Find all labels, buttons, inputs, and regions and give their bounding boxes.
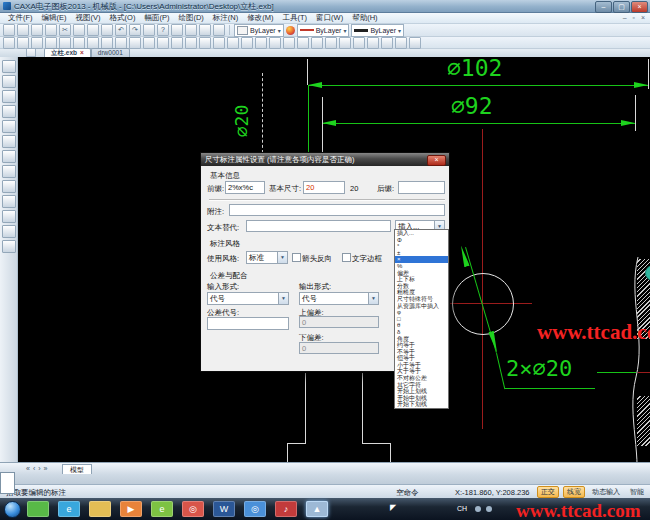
chevron-down-icon[interactable]: ▼	[368, 293, 378, 304]
open-icon[interactable]	[17, 24, 29, 36]
break-icon[interactable]	[269, 37, 281, 49]
prefix-input[interactable]: 2%x%c	[225, 181, 265, 194]
chevron-down-icon[interactable]: ▼	[277, 252, 287, 263]
zoom-out-icon[interactable]	[381, 37, 393, 49]
music-app-icon[interactable]: ♪	[275, 501, 297, 517]
dimension-d92[interactable]: ∅92	[451, 93, 493, 119]
tab-lizhu-exb[interactable]: 立柱.exb ×	[44, 48, 91, 57]
lineweight-combo[interactable]: ByLayer ▾	[351, 24, 404, 37]
circle-icon[interactable]	[115, 37, 127, 49]
new-sheet-button[interactable]	[26, 48, 36, 57]
maximize-button[interactable]: ▢	[613, 1, 630, 13]
zoom-in-icon[interactable]	[367, 37, 379, 49]
tray-icon[interactable]	[475, 506, 481, 512]
caxa-app-icon[interactable]: ▲	[306, 501, 328, 517]
undo-icon[interactable]: ↶	[115, 24, 127, 36]
menu-item-8[interactable]: 工具(T)	[283, 13, 308, 23]
folder-icon[interactable]	[89, 501, 111, 517]
save-icon[interactable]	[31, 24, 43, 36]
menu-item-6[interactable]: 标注(N)	[213, 13, 238, 23]
close-button[interactable]: ×	[631, 1, 648, 13]
tolerance-code-input[interactable]	[207, 317, 289, 330]
snap-icon[interactable]	[59, 37, 71, 49]
tray-language-indicator[interactable]: CH	[457, 505, 467, 512]
sheet-nav-button-0[interactable]: «	[26, 465, 30, 473]
dropdown-item-15[interactable]: δ	[395, 329, 448, 336]
text-icon[interactable]	[199, 37, 211, 49]
model-sheet-tab[interactable]: 模型	[62, 464, 92, 474]
dock-dim-icon[interactable]	[2, 180, 16, 193]
use-style-combo[interactable]: 标准 ▼	[246, 251, 288, 264]
dock-settings-icon[interactable]	[2, 240, 16, 253]
text-border-checkbox[interactable]	[342, 253, 351, 262]
dock-new-icon[interactable]	[2, 60, 16, 73]
dropdown-item-3[interactable]: ±	[395, 250, 448, 257]
dialog-close-button[interactable]: ×	[427, 155, 446, 166]
move-icon[interactable]	[339, 37, 351, 49]
dropdown-item-1[interactable]: Φ	[395, 237, 448, 244]
menu-item-4[interactable]: 幅面(P)	[144, 13, 169, 23]
menu-item-0[interactable]: 文件(F)	[8, 13, 33, 23]
copy-icon[interactable]	[73, 24, 85, 36]
rect-icon[interactable]	[171, 37, 183, 49]
dropdown-item-13[interactable]: □	[395, 316, 448, 323]
menu-item-9[interactable]: 窗口(W)	[316, 13, 343, 23]
dropdown-item-21[interactable]: 大于等于	[395, 368, 448, 375]
dropdown-item-7[interactable]: 上下标	[395, 276, 448, 283]
dock-block-icon[interactable]	[2, 225, 16, 238]
menu-item-10[interactable]: 帮助(H)	[352, 13, 377, 23]
properties-icon[interactable]	[17, 37, 29, 49]
paste-icon[interactable]	[87, 24, 99, 36]
trim-icon[interactable]	[283, 37, 295, 49]
dock-rect-icon[interactable]	[2, 135, 16, 148]
dropdown-item-16[interactable]: 角度	[395, 336, 448, 343]
color-style-combo[interactable]: ByLayer ▾	[234, 24, 284, 37]
dock-modify-icon[interactable]	[2, 210, 16, 223]
menu-item-3[interactable]: 格式(O)	[110, 13, 136, 23]
dock-line-icon[interactable]	[2, 90, 16, 103]
chevron-down-icon[interactable]: ▼	[278, 293, 288, 304]
mirror-icon[interactable]	[311, 37, 323, 49]
spline-icon[interactable]	[143, 37, 155, 49]
rotate-icon[interactable]	[353, 37, 365, 49]
dropdown-item-23[interactable]: 其它字符	[395, 382, 448, 389]
arrow-reverse-checkbox[interactable]	[292, 253, 301, 262]
print-icon[interactable]	[45, 24, 57, 36]
dock-circle-icon[interactable]	[2, 105, 16, 118]
dropdown-item-24[interactable]: 开始上划线	[395, 388, 448, 395]
sheet-nav-button-2[interactable]: ›	[38, 465, 40, 473]
help-icon[interactable]: ?	[157, 24, 169, 36]
dropdown-item-0[interactable]: 插入...	[395, 230, 448, 237]
menu-item-2[interactable]: 视图(V)	[76, 13, 101, 23]
output-form-combo[interactable]: 代号 ▼	[299, 292, 379, 305]
dropdown-item-25[interactable]: 开始中划线	[395, 395, 448, 402]
dropdown-item-2[interactable]: °	[395, 243, 448, 250]
dropdown-item-11[interactable]: 从资源库中插入	[395, 303, 448, 310]
dropdown-item-18[interactable]: 不等于	[395, 349, 448, 356]
dropdown-item-22[interactable]: 不对称公差	[395, 375, 448, 382]
dimension-icon[interactable]	[213, 37, 225, 49]
dock-erase-icon[interactable]	[2, 195, 16, 208]
note-input[interactable]	[229, 204, 445, 216]
color-palette-icon[interactable]	[286, 26, 295, 35]
status-toggle-3[interactable]: 智能	[627, 487, 647, 497]
dropdown-item-9[interactable]: 粗糙度	[395, 289, 448, 296]
dropdown-item-10[interactable]: 尺寸特殊符号	[395, 296, 448, 303]
minimize-button[interactable]: –	[595, 1, 612, 13]
dock-arc-icon[interactable]	[2, 120, 16, 133]
datum-icon[interactable]	[255, 37, 267, 49]
redo-icon[interactable]: ↷	[129, 24, 141, 36]
select-icon[interactable]	[3, 37, 15, 49]
dock-polyline-icon[interactable]	[2, 150, 16, 163]
print-preview-icon[interactable]	[213, 24, 225, 36]
line-icon[interactable]	[87, 37, 99, 49]
status-toggle-1[interactable]: 线宽	[563, 486, 585, 498]
dimension-d20-vertical[interactable]: ∅20	[231, 91, 249, 151]
tab-close-icon[interactable]: ×	[80, 49, 84, 57]
leader-icon[interactable]	[227, 37, 239, 49]
extend-icon[interactable]	[297, 37, 309, 49]
dropdown-item-19[interactable]: 恒等于	[395, 355, 448, 362]
ortho-icon[interactable]	[45, 37, 57, 49]
linetype-combo[interactable]: ByLayer ▾	[297, 24, 350, 37]
pen-icon[interactable]	[199, 24, 211, 36]
